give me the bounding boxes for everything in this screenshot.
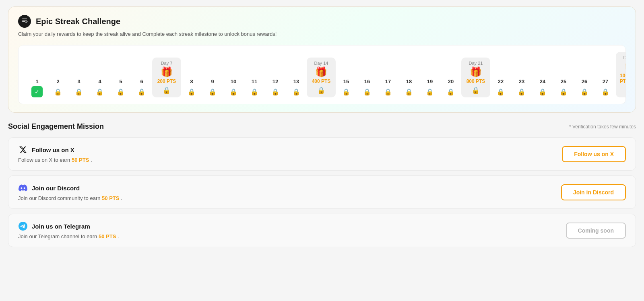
day-lock-icon: 🔒 — [228, 86, 239, 97]
day-lock-icon: 🔒 — [579, 86, 590, 97]
streak-card: Epic Streak Challenge Claim your daily r… — [8, 6, 636, 113]
day-8: 8 🔒 — [181, 78, 202, 97]
day-23: 23 🔒 — [511, 78, 532, 97]
day-lock-icon: 🔒 — [73, 86, 85, 97]
day-lock-icon: 🔒 — [186, 86, 197, 97]
telegram-mission-description: Join our Telegram channel to earn 50 PTS… — [18, 233, 119, 239]
day-12: 12 🔒 — [265, 78, 286, 97]
day-lock-icon: 🔒 — [382, 86, 394, 97]
day-lock-icon: 🔒 — [558, 86, 569, 97]
day-9: 9 🔒 — [202, 78, 223, 97]
telegram-pts: 50 PTS — [99, 233, 116, 239]
day-lock-icon: 🔒 — [249, 86, 260, 97]
day-13: 13 🔒 — [286, 78, 307, 97]
milestone-day-28: Day 28 🎁 1000 PTS 🔒 — [616, 52, 626, 97]
svg-rect-0 — [22, 19, 27, 19]
day-lock-icon: 🔒 — [52, 86, 64, 97]
day-15: 15 🔒 — [336, 78, 357, 97]
day-lock-icon: 🔒 — [403, 86, 415, 97]
mission-left-discord: Join our Discord Join our Discord commun… — [18, 183, 122, 201]
day-lock-icon: 🔒 — [207, 86, 218, 97]
telegram-platform-icon — [18, 221, 28, 231]
day-24: 24 🔒 — [532, 78, 553, 97]
day-lock-icon: 🔒 — [495, 86, 506, 97]
mission-title-row-twitter: Follow us on X — [18, 145, 92, 155]
day-26: 26 🔒 — [574, 78, 595, 97]
day-4: 4 🔒 — [89, 78, 110, 97]
day-11: 11 🔒 — [244, 78, 265, 97]
social-section-header: Social Engagement Mission * Verification… — [8, 122, 636, 131]
day-lock-icon: 🔒 — [291, 86, 302, 97]
streak-subtitle: Claim your daily rewards to keep the str… — [18, 31, 626, 37]
mission-left-twitter: Follow us on X Follow us on X to earn 50… — [18, 145, 92, 163]
day-lock-icon: 🔒 — [361, 86, 373, 97]
milestone-day-14: Day 14 🎁 400 PTS 🔒 — [307, 58, 336, 97]
svg-rect-2 — [22, 21, 25, 22]
day-lock-icon: 🔒 — [270, 86, 281, 97]
day-27: 27 🔒 — [595, 78, 616, 97]
verification-note: * Verification takes few minutes — [569, 124, 636, 130]
streak-header: Epic Streak Challenge — [18, 15, 626, 28]
x-platform-icon — [18, 145, 28, 155]
day-lock-icon: 🔒 — [516, 86, 527, 97]
day-22: 22 🔒 — [490, 78, 511, 97]
mission-card-discord: Join our Discord Join our Discord commun… — [8, 175, 636, 209]
day-5: 5 🔒 — [110, 78, 131, 97]
day-lock-icon: 🔒 — [341, 86, 352, 97]
day-2: 2 🔒 — [47, 78, 68, 97]
day-25: 25 🔒 — [553, 78, 574, 97]
discord-platform-icon — [18, 183, 28, 193]
day-1: 1 ✓ — [27, 78, 47, 97]
discord-mission-name: Join our Discord — [32, 185, 80, 192]
mission-card-twitter: Follow us on X Follow us on X to earn 50… — [8, 137, 636, 171]
page-container: Epic Streak Challenge Claim your daily r… — [0, 0, 644, 258]
milestone-day-21: Day 21 🎁 800 PTS 🔒 — [461, 58, 490, 97]
day-lock-icon: 🔒 — [115, 86, 126, 97]
mission-left-telegram: Join us on Telegram Join our Telegram ch… — [18, 221, 119, 239]
day-check-icon: ✓ — [31, 86, 43, 97]
day-10: 10 🔒 — [223, 78, 244, 97]
twitter-pts: 50 PTS — [72, 157, 89, 163]
day-18: 18 🔒 — [398, 78, 419, 97]
day-lock-icon: 🔒 — [537, 86, 548, 97]
streak-title: Epic Streak Challenge — [36, 17, 120, 26]
twitter-mission-description: Follow us on X to earn 50 PTS . — [18, 157, 92, 163]
day-lock-icon: 🔒 — [445, 86, 456, 97]
days-container: 1 ✓ 2 🔒 3 🔒 4 🔒 5 🔒 6 🔒 — [18, 45, 626, 104]
join-discord-button[interactable]: Join in Discord — [561, 184, 626, 200]
telegram-mission-name: Join us on Telegram — [32, 223, 90, 230]
day-19: 19 🔒 — [419, 78, 440, 97]
svg-rect-1 — [22, 20, 27, 21]
day-17: 17 🔒 — [378, 78, 398, 97]
day-lock-icon: 🔒 — [94, 86, 105, 97]
milestone-day-7: Day 7 🎁 200 PTS 🔒 — [152, 58, 181, 97]
twitter-mission-name: Follow us on X — [32, 146, 74, 153]
discord-pts: 50 PTS — [102, 195, 119, 201]
follow-x-button[interactable]: Follow us on X — [562, 146, 626, 162]
streak-icon — [18, 15, 31, 28]
discord-mission-description: Join our Discord community to earn 50 PT… — [18, 195, 122, 201]
mission-card-telegram: Join us on Telegram Join our Telegram ch… — [8, 214, 636, 247]
mission-title-row-discord: Join our Discord — [18, 183, 122, 193]
social-section-title: Social Engagement Mission — [8, 122, 104, 131]
day-3: 3 🔒 — [68, 78, 89, 97]
day-lock-icon: 🔒 — [600, 86, 611, 97]
day-20: 20 🔒 — [440, 78, 461, 97]
mission-title-row-telegram: Join us on Telegram — [18, 221, 119, 231]
day-6: 6 🔒 — [131, 78, 152, 97]
day-16: 16 🔒 — [357, 78, 378, 97]
day-lock-icon: 🔒 — [136, 86, 147, 97]
day-lock-icon: 🔒 — [424, 86, 436, 97]
telegram-coming-soon-button: Coming soon — [566, 223, 626, 239]
